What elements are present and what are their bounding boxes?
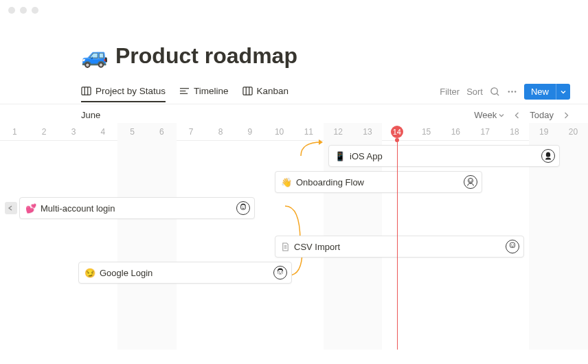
svg-point-13: [514, 91, 516, 92]
day-header: 10: [264, 123, 294, 140]
prev-arrow[interactable]: [513, 111, 521, 120]
avatar: [541, 149, 555, 163]
day-column: [0, 123, 30, 350]
timeline-icon: [179, 86, 190, 96]
task-label: iOS App: [350, 151, 383, 161]
next-arrow[interactable]: [562, 111, 570, 120]
tab-label: Project by Status: [95, 86, 166, 96]
day-header: 1: [0, 123, 30, 140]
tab-label: Kanban: [257, 86, 289, 96]
tab-timeline[interactable]: Timeline: [179, 86, 229, 102]
day-header: 9: [235, 123, 264, 140]
svg-point-24: [511, 244, 512, 245]
day-header: 7: [177, 123, 206, 140]
task-emoji: 💕: [25, 203, 36, 214]
day-header: 20: [558, 123, 588, 140]
task-label: CSV Import: [294, 242, 340, 252]
day-header: 8: [206, 123, 236, 140]
task-ios-app[interactable]: 📱 iOS App: [328, 145, 560, 167]
tab-project-by-status[interactable]: Project by Status: [81, 86, 166, 102]
today-line: [397, 141, 398, 350]
day-header-row: 1234567891011121314151617181920: [0, 123, 588, 141]
timeline-grid[interactable]: 1234567891011121314151617181920 📱 iOS Ap…: [0, 123, 588, 350]
sort-button[interactable]: Sort: [466, 87, 483, 97]
task-csv-import[interactable]: CSV Import: [275, 236, 524, 258]
today-button[interactable]: Today: [530, 110, 554, 120]
task-multi-account-login[interactable]: 💕 Multi-account login: [19, 197, 255, 219]
day-header: 3: [59, 123, 89, 140]
day-header: 11: [294, 123, 324, 140]
svg-point-12: [511, 91, 512, 92]
new-button[interactable]: New: [524, 84, 556, 100]
day-header: 6: [147, 123, 177, 140]
day-header: 17: [471, 123, 500, 140]
filter-button[interactable]: Filter: [440, 87, 460, 97]
timeline-controls: June Week Today: [0, 104, 588, 123]
chevron-down-icon: [498, 112, 505, 119]
tab-label: Timeline: [194, 86, 229, 96]
day-column: [235, 123, 264, 350]
day-column: [59, 123, 89, 350]
window-controls: [8, 7, 38, 14]
page-emoji[interactable]: 🚙: [81, 43, 109, 69]
board-icon: [242, 86, 253, 96]
scale-selector[interactable]: Week: [474, 110, 505, 120]
task-label: Onboarding Flow: [296, 177, 364, 187]
svg-line-10: [497, 93, 499, 95]
day-header: 15: [411, 123, 441, 140]
svg-point-15: [469, 180, 470, 181]
board-icon: [81, 86, 91, 96]
task-label: Multi-account login: [41, 203, 115, 214]
task-emoji: 👋: [281, 177, 292, 187]
page-header: 🚙 Product roadmap: [0, 43, 588, 69]
svg-point-11: [508, 91, 510, 92]
svg-point-27: [279, 271, 280, 272]
day-header: 16: [441, 123, 471, 140]
new-button-group: New: [524, 84, 570, 100]
svg-point-25: [513, 244, 514, 245]
day-column: [30, 123, 59, 350]
day-column: [558, 123, 588, 350]
day-header: 2: [30, 123, 59, 140]
day-header: 12: [324, 123, 353, 140]
left-extend-handle[interactable]: [5, 202, 17, 214]
views-bar: Project by Status Timeline Kanban Filter…: [0, 69, 588, 104]
avatar: [506, 240, 519, 253]
day-column: [147, 123, 177, 350]
svg-point-16: [471, 180, 472, 181]
task-emoji: 📱: [335, 151, 346, 161]
day-header: 4: [88, 123, 117, 140]
tab-kanban[interactable]: Kanban: [242, 86, 289, 102]
day-header: 5: [117, 123, 147, 140]
day-column: [177, 123, 206, 350]
month-label: June: [81, 110, 100, 120]
svg-rect-0: [82, 87, 91, 95]
day-header: 13: [353, 123, 383, 140]
avatar: [464, 175, 477, 189]
day-header: 14: [382, 123, 411, 140]
new-button-dropdown[interactable]: [556, 84, 570, 100]
task-google-login[interactable]: 😏 Google Login: [78, 262, 292, 284]
day-column: [206, 123, 236, 350]
window-minimize-dot[interactable]: [20, 7, 27, 14]
svg-point-9: [491, 88, 497, 94]
svg-rect-23: [510, 242, 515, 247]
svg-point-19: [244, 206, 245, 207]
day-column: [117, 123, 147, 350]
day-column: [88, 123, 117, 350]
document-icon: [281, 242, 290, 251]
task-emoji: 😏: [84, 268, 95, 278]
more-icon[interactable]: [507, 87, 517, 97]
task-onboarding-flow[interactable]: 👋 Onboarding Flow: [275, 171, 482, 193]
search-icon[interactable]: [490, 87, 500, 97]
scale-label: Week: [474, 110, 497, 120]
page-title[interactable]: Product roadmap: [115, 43, 297, 69]
svg-point-18: [242, 206, 242, 207]
day-header: 18: [500, 123, 530, 140]
day-header: 19: [529, 123, 558, 140]
today-marker: 14: [391, 126, 403, 138]
avatar: [236, 201, 250, 215]
window-close-dot[interactable]: [8, 7, 15, 14]
window-maximize-dot[interactable]: [32, 7, 38, 14]
task-label: Google Login: [100, 268, 152, 278]
